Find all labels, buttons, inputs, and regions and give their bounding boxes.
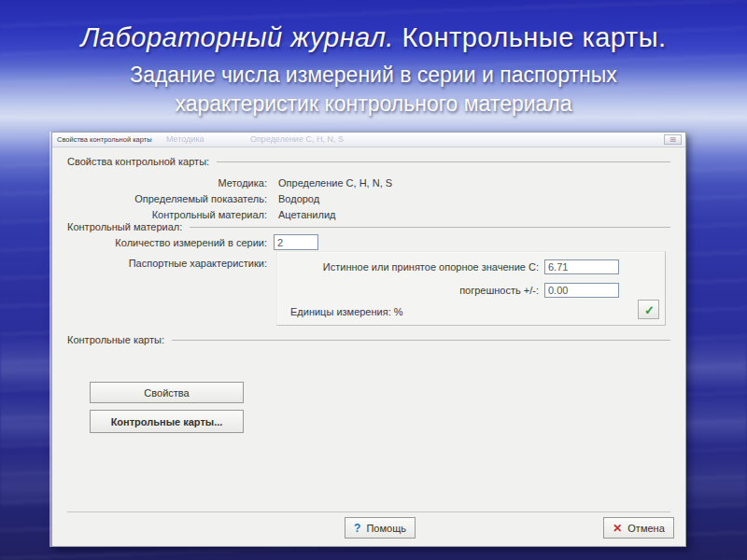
apply-check-button[interactable]: ✓	[638, 300, 659, 319]
prop-row-method: Методика: Определение C, H, N, S	[67, 177, 392, 189]
passport-label: Паспортные характеристики:	[67, 258, 267, 269]
group-rule	[190, 227, 670, 228]
window-control-icon[interactable]: ⊞	[664, 134, 682, 145]
cancel-button[interactable]: ✕ Отмена	[603, 517, 674, 539]
help-button-label: Помощь	[366, 523, 406, 534]
presentation-slide: Лабораторный журнал. Контрольные карты. …	[0, 0, 747, 560]
series-count-label: Количество измерений в серии:	[67, 237, 267, 253]
reference-value-row: Истинное или принятое опорное значение C…	[277, 259, 619, 274]
material-value: Ацетанилид	[278, 209, 336, 220]
control-charts-button[interactable]: Контрольные карты...	[90, 410, 244, 433]
series-count-input[interactable]	[274, 234, 318, 250]
group-header-control-material-label: Контрольный материал:	[67, 221, 182, 232]
slide-title-regular-part: Контрольные карты.	[394, 22, 667, 52]
group-header-card-props: Свойства контрольной карты:	[67, 156, 670, 167]
slide-title-line1: Лабораторный журнал. Контрольные карты.	[0, 22, 747, 53]
reference-value-label: Истинное или принятое опорное значение C…	[277, 261, 539, 273]
footer-divider	[67, 511, 670, 512]
control-chart-properties-dialog: Свойства контрольной карты Методика Опре…	[51, 132, 686, 547]
method-label: Методика:	[67, 177, 267, 189]
dialog-title: Свойства контрольной карты	[57, 135, 152, 144]
passport-characteristics-panel: Истинное или принятое опорное значение C…	[276, 251, 666, 326]
cancel-x-icon: ✕	[613, 522, 622, 535]
titlebar-ghost-text-2: Определение C, H, N, S	[250, 134, 344, 144]
units-label: Единицы измерения: %	[290, 306, 403, 317]
group-rule	[217, 161, 670, 162]
group-header-card-props-label: Свойства контрольной карты:	[67, 156, 209, 167]
material-label: Контрольный материал:	[67, 209, 267, 220]
group-header-control-material: Контрольный материал:	[67, 221, 670, 232]
slide-subtitle: Задание числа измерений в серии и паспор…	[84, 61, 663, 119]
analyte-label: Определяемый показатель:	[67, 193, 267, 204]
group-header-control-charts-label: Контрольные карты:	[67, 334, 164, 345]
check-icon: ✓	[644, 303, 655, 317]
group-header-control-charts: Контрольные карты:	[67, 334, 670, 345]
tolerance-row: погрешность +/-:	[277, 283, 619, 298]
group-rule	[172, 340, 670, 341]
slide-heading: Лабораторный журнал. Контрольные карты. …	[0, 22, 747, 119]
cancel-button-label: Отмена	[627, 523, 664, 534]
slide-title-italic-part: Лабораторный журнал.	[80, 22, 393, 52]
tolerance-label: погрешность +/-:	[277, 285, 539, 296]
properties-button[interactable]: Свойства	[90, 382, 244, 403]
help-button[interactable]: ? Помощь	[345, 517, 416, 539]
analyte-value: Водород	[278, 193, 319, 204]
tolerance-input[interactable]	[544, 283, 619, 298]
reference-value-input[interactable]	[544, 259, 619, 274]
titlebar-ghost-text-1: Методика	[166, 134, 204, 144]
dialog-titlebar[interactable]: Свойства контрольной карты Методика Опре…	[52, 133, 685, 147]
prop-row-analyte: Определяемый показатель: Водород	[67, 193, 319, 204]
prop-row-material: Контрольный материал: Ацетанилид	[67, 209, 336, 220]
help-question-icon: ?	[354, 522, 360, 535]
method-value: Определение C, H, N, S	[278, 177, 392, 189]
passport-row: Паспортные характеристики:	[67, 258, 267, 269]
